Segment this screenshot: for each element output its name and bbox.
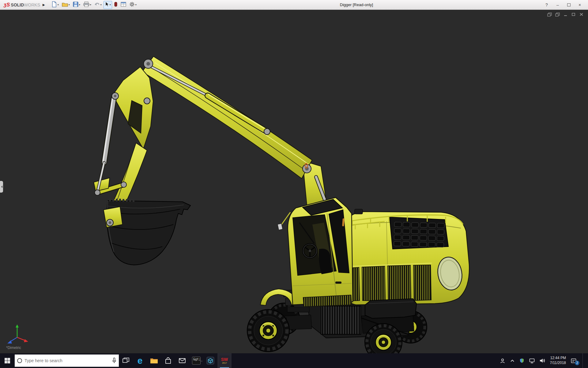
excavator-boom[interactable] (94, 56, 328, 225)
tray-time: 12:44 PM (550, 356, 566, 360)
taskbar-edge[interactable]: e (133, 353, 147, 368)
taskbar-3d-viewer[interactable] (203, 353, 217, 368)
tray-date: 7/11/2018 (550, 361, 566, 365)
system-tray: 12:44 PM 7/11/2018 2 (500, 353, 588, 368)
ds-logo-icon: ʒS (4, 2, 10, 8)
dropdown-caret-icon[interactable]: ▾ (69, 3, 70, 6)
action-center-button[interactable]: 2 (571, 358, 578, 363)
edge-icon: e (138, 356, 143, 365)
security-shield-icon[interactable] (519, 358, 524, 363)
excavator-bucket[interactable] (104, 199, 190, 265)
toolbar-abort-button[interactable] (113, 1, 119, 9)
graphics-area[interactable]: *Dimetric (0, 10, 588, 353)
cortana-icon (17, 358, 22, 363)
taskbar-file-explorer[interactable] (147, 353, 161, 368)
toolbar-open-button[interactable]: ▾ (61, 1, 71, 9)
microphone-icon[interactable] (112, 358, 116, 364)
notification-badge: 2 (575, 361, 579, 365)
view-orientation-label: *Dimetric (6, 346, 21, 350)
print-icon (83, 2, 89, 8)
dropdown-caret-icon[interactable]: ▾ (100, 3, 102, 6)
new-document-icon (51, 1, 57, 9)
open-folder-icon (62, 2, 68, 8)
restore-button[interactable] (565, 2, 573, 8)
minimize-button[interactable]: – (554, 2, 562, 8)
undo-arrow-icon (94, 2, 100, 8)
taskbar-solidworks[interactable]: SW 2017 (217, 353, 232, 368)
start-button[interactable] (0, 353, 15, 368)
restore-icon (567, 3, 571, 6)
dropdown-caret-icon[interactable]: ▾ (135, 3, 137, 6)
windows-logo-icon (4, 358, 10, 364)
doc-tile-icon[interactable] (555, 12, 560, 17)
taskbar-search-box[interactable] (15, 355, 119, 367)
show-desktop-button[interactable] (582, 353, 585, 368)
menu-bar: ʒS SOLID WORKS ▶ ▾ ▾ ▾ ▾ ▾ ▾ ▾ Digger [R… (0, 0, 588, 10)
gear-icon (129, 2, 135, 8)
taskbar-mail[interactable] (175, 353, 189, 368)
taskbar-clock[interactable]: 12:44 PM 7/11/2018 (550, 356, 566, 365)
dropdown-caret-icon[interactable]: ▾ (90, 3, 91, 6)
mail-icon (179, 358, 186, 363)
front-near-wheel[interactable] (247, 309, 289, 352)
window-title: Digger [Read-only] (340, 2, 373, 7)
toolbar-settings-button[interactable]: ▾ (128, 1, 138, 9)
task-view-button[interactable] (119, 353, 133, 368)
toolbar-new-document-button[interactable]: ▾ (50, 1, 60, 9)
hidden-icons-chevron[interactable] (510, 359, 514, 362)
network-icon[interactable] (529, 358, 535, 363)
taskbar-console[interactable]: &gt;_ (189, 353, 203, 368)
brand-solid-text: SOLID (11, 2, 24, 7)
volume-icon[interactable] (540, 358, 545, 363)
people-tray-icon[interactable] (500, 358, 505, 363)
dropdown-caret-icon[interactable]: ▾ (58, 3, 59, 6)
file-explorer-icon (150, 358, 158, 364)
solidworks-app-icon: SW 2017 (219, 355, 230, 366)
solidworks-logo: ʒS SOLID WORKS (0, 2, 41, 8)
toolbar-print-button[interactable]: ▾ (82, 1, 92, 9)
toolbar-report-button[interactable] (119, 1, 127, 9)
excavator-model[interactable] (0, 10, 588, 353)
save-floppy-icon (73, 2, 78, 8)
feature-panel-collapse-tab[interactable] (0, 181, 3, 193)
store-icon (164, 357, 172, 364)
select-arrow-icon (105, 2, 109, 8)
orientation-triad-icon (4, 323, 29, 348)
menu-expand-arrow-icon[interactable]: ▶ (43, 3, 45, 6)
dropdown-caret-icon[interactable]: ▾ (110, 3, 111, 6)
toolbar-undo-button[interactable]: ▾ (93, 1, 103, 9)
cube-app-icon (206, 357, 214, 365)
search-input[interactable] (24, 358, 110, 363)
report-table-icon (121, 2, 126, 8)
doc-close-icon[interactable] (579, 12, 584, 17)
toolbar-save-button[interactable]: ▾ (72, 1, 81, 9)
window-controls: ? – × (543, 2, 588, 8)
taskbar-store[interactable] (161, 353, 175, 368)
windows-taskbar: e &gt;_ SW 2017 (0, 353, 588, 368)
brand-works-text: WORKS (24, 2, 40, 7)
rear-fender (365, 299, 417, 318)
console-icon: &gt;_ (192, 357, 201, 365)
document-window-controls (547, 12, 584, 17)
doc-minimize-icon[interactable] (563, 12, 568, 17)
excavator-body[interactable] (339, 209, 469, 305)
doc-cascade-icon[interactable] (547, 12, 552, 17)
abort-icon (114, 2, 118, 8)
task-view-icon (123, 358, 129, 364)
help-button[interactable]: ? (543, 2, 551, 8)
doc-restore-icon[interactable] (571, 12, 576, 17)
dropdown-caret-icon[interactable]: ▾ (79, 3, 80, 6)
close-button[interactable]: × (576, 2, 584, 8)
toolbar-select-button[interactable]: ▾ (104, 1, 112, 9)
